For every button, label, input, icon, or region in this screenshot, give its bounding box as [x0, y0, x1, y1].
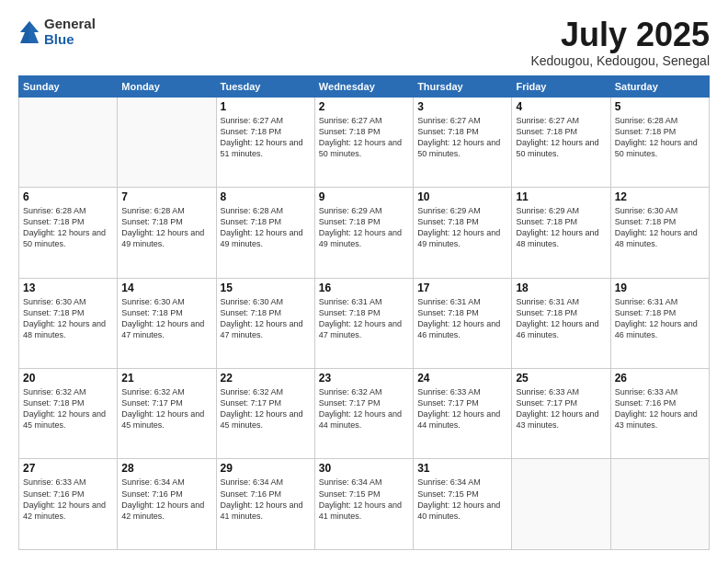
day-number: 26	[615, 372, 705, 385]
day-number: 1	[221, 100, 311, 113]
day-info: Sunrise: 6:32 AM Sunset: 7:18 PM Dayligh…	[23, 386, 113, 431]
day-number: 5	[615, 100, 705, 113]
table-row: 29Sunrise: 6:34 AM Sunset: 7:16 PM Dayli…	[216, 459, 314, 550]
day-info: Sunrise: 6:34 AM Sunset: 7:16 PM Dayligh…	[221, 477, 311, 522]
table-row: 21Sunrise: 6:32 AM Sunset: 7:17 PM Dayli…	[118, 369, 216, 459]
day-number: 18	[516, 282, 606, 294]
table-row: 12Sunrise: 6:30 AM Sunset: 7:18 PM Dayli…	[610, 188, 709, 278]
day-info: Sunrise: 6:30 AM Sunset: 7:18 PM Dayligh…	[23, 296, 113, 341]
table-row: 16Sunrise: 6:31 AM Sunset: 7:18 PM Dayli…	[314, 278, 413, 368]
day-number: 7	[121, 190, 211, 203]
table-row: 9Sunrise: 6:29 AM Sunset: 7:18 PM Daylig…	[314, 188, 413, 278]
day-info: Sunrise: 6:33 AM Sunset: 7:16 PM Dayligh…	[23, 477, 113, 522]
table-row: 10Sunrise: 6:29 AM Sunset: 7:18 PM Dayli…	[414, 188, 512, 278]
table-row	[610, 459, 709, 550]
table-row: 4Sunrise: 6:27 AM Sunset: 7:18 PM Daylig…	[512, 97, 610, 187]
day-number: 21	[121, 372, 211, 385]
day-number: 13	[23, 282, 113, 294]
logo: General Blue	[18, 17, 96, 47]
calendar-week-row: 20Sunrise: 6:32 AM Sunset: 7:18 PM Dayli…	[19, 369, 710, 459]
table-row: 15Sunrise: 6:30 AM Sunset: 7:18 PM Dayli…	[216, 278, 314, 368]
col-saturday: Saturday	[610, 75, 709, 97]
day-number: 8	[221, 190, 311, 203]
col-thursday: Thursday	[414, 75, 512, 97]
day-info: Sunrise: 6:32 AM Sunset: 7:17 PM Dayligh…	[319, 386, 409, 431]
day-info: Sunrise: 6:27 AM Sunset: 7:18 PM Dayligh…	[516, 115, 606, 160]
calendar-week-row: 1Sunrise: 6:27 AM Sunset: 7:18 PM Daylig…	[19, 97, 710, 187]
table-row: 24Sunrise: 6:33 AM Sunset: 7:17 PM Dayli…	[414, 369, 512, 459]
calendar-week-row: 27Sunrise: 6:33 AM Sunset: 7:16 PM Dayli…	[19, 459, 710, 550]
day-number: 19	[615, 282, 705, 294]
col-monday: Monday	[118, 75, 216, 97]
table-row: 5Sunrise: 6:28 AM Sunset: 7:18 PM Daylig…	[610, 97, 709, 187]
day-info: Sunrise: 6:27 AM Sunset: 7:18 PM Dayligh…	[221, 115, 311, 160]
day-info: Sunrise: 6:32 AM Sunset: 7:17 PM Dayligh…	[221, 386, 311, 431]
table-row: 18Sunrise: 6:31 AM Sunset: 7:18 PM Dayli…	[512, 278, 610, 368]
table-row: 11Sunrise: 6:29 AM Sunset: 7:18 PM Dayli…	[512, 188, 610, 278]
table-row: 31Sunrise: 6:34 AM Sunset: 7:15 PM Dayli…	[414, 459, 512, 550]
table-row: 25Sunrise: 6:33 AM Sunset: 7:17 PM Dayli…	[512, 369, 610, 459]
day-number: 3	[417, 100, 507, 113]
col-tuesday: Tuesday	[216, 75, 314, 97]
day-info: Sunrise: 6:30 AM Sunset: 7:18 PM Dayligh…	[121, 296, 211, 341]
day-number: 15	[221, 282, 311, 294]
table-row: 17Sunrise: 6:31 AM Sunset: 7:18 PM Dayli…	[414, 278, 512, 368]
day-info: Sunrise: 6:30 AM Sunset: 7:18 PM Dayligh…	[615, 205, 705, 250]
day-info: Sunrise: 6:33 AM Sunset: 7:17 PM Dayligh…	[516, 386, 606, 431]
col-friday: Friday	[512, 75, 610, 97]
day-info: Sunrise: 6:34 AM Sunset: 7:16 PM Dayligh…	[121, 477, 211, 522]
day-number: 29	[221, 462, 311, 475]
day-info: Sunrise: 6:30 AM Sunset: 7:18 PM Dayligh…	[221, 296, 311, 341]
day-number: 2	[319, 100, 409, 113]
day-info: Sunrise: 6:29 AM Sunset: 7:18 PM Dayligh…	[417, 205, 507, 250]
table-row: 6Sunrise: 6:28 AM Sunset: 7:18 PM Daylig…	[19, 188, 118, 278]
table-row	[118, 97, 216, 187]
day-number: 27	[23, 462, 113, 475]
day-number: 10	[417, 190, 507, 203]
table-row: 19Sunrise: 6:31 AM Sunset: 7:18 PM Dayli…	[610, 278, 709, 368]
day-number: 28	[121, 462, 211, 475]
table-row	[19, 97, 118, 187]
title-block: July 2025 Kedougou, Kedougou, Senegal	[530, 17, 710, 68]
day-number: 25	[516, 372, 606, 385]
logo-blue-text: Blue	[44, 32, 96, 48]
day-info: Sunrise: 6:28 AM Sunset: 7:18 PM Dayligh…	[221, 205, 311, 250]
table-row: 2Sunrise: 6:27 AM Sunset: 7:18 PM Daylig…	[314, 97, 413, 187]
calendar-week-row: 13Sunrise: 6:30 AM Sunset: 7:18 PM Dayli…	[19, 278, 710, 368]
day-info: Sunrise: 6:33 AM Sunset: 7:16 PM Dayligh…	[615, 386, 705, 431]
table-row: 28Sunrise: 6:34 AM Sunset: 7:16 PM Dayli…	[118, 459, 216, 550]
table-row: 22Sunrise: 6:32 AM Sunset: 7:17 PM Dayli…	[216, 369, 314, 459]
day-info: Sunrise: 6:28 AM Sunset: 7:18 PM Dayligh…	[615, 115, 705, 160]
day-info: Sunrise: 6:27 AM Sunset: 7:18 PM Dayligh…	[417, 115, 507, 160]
table-row: 3Sunrise: 6:27 AM Sunset: 7:18 PM Daylig…	[414, 97, 512, 187]
table-row: 23Sunrise: 6:32 AM Sunset: 7:17 PM Dayli…	[314, 369, 413, 459]
day-number: 24	[417, 372, 507, 385]
day-info: Sunrise: 6:31 AM Sunset: 7:18 PM Dayligh…	[319, 296, 409, 341]
svg-marker-1	[29, 21, 39, 43]
day-info: Sunrise: 6:31 AM Sunset: 7:18 PM Dayligh…	[516, 296, 606, 341]
table-row: 13Sunrise: 6:30 AM Sunset: 7:18 PM Dayli…	[19, 278, 118, 368]
day-info: Sunrise: 6:31 AM Sunset: 7:18 PM Dayligh…	[615, 296, 705, 341]
table-row: 26Sunrise: 6:33 AM Sunset: 7:16 PM Dayli…	[610, 369, 709, 459]
col-wednesday: Wednesday	[314, 75, 413, 97]
calendar-header-row: Sunday Monday Tuesday Wednesday Thursday…	[19, 75, 710, 97]
logo-general-text: General	[44, 17, 96, 32]
day-info: Sunrise: 6:27 AM Sunset: 7:18 PM Dayligh…	[319, 115, 409, 160]
col-sunday: Sunday	[19, 75, 118, 97]
table-row: 20Sunrise: 6:32 AM Sunset: 7:18 PM Dayli…	[19, 369, 118, 459]
day-number: 17	[417, 282, 507, 294]
day-info: Sunrise: 6:28 AM Sunset: 7:18 PM Dayligh…	[121, 205, 211, 250]
day-info: Sunrise: 6:32 AM Sunset: 7:17 PM Dayligh…	[121, 386, 211, 431]
logo-icon	[18, 19, 40, 45]
table-row: 27Sunrise: 6:33 AM Sunset: 7:16 PM Dayli…	[19, 459, 118, 550]
day-info: Sunrise: 6:28 AM Sunset: 7:18 PM Dayligh…	[23, 205, 113, 250]
day-number: 20	[23, 372, 113, 385]
calendar-week-row: 6Sunrise: 6:28 AM Sunset: 7:18 PM Daylig…	[19, 188, 710, 278]
location-subtitle: Kedougou, Kedougou, Senegal	[530, 53, 710, 68]
day-number: 31	[417, 462, 507, 475]
table-row: 1Sunrise: 6:27 AM Sunset: 7:18 PM Daylig…	[216, 97, 314, 187]
day-number: 16	[319, 282, 409, 294]
day-number: 4	[516, 100, 606, 113]
day-number: 30	[319, 462, 409, 475]
day-number: 9	[319, 190, 409, 203]
